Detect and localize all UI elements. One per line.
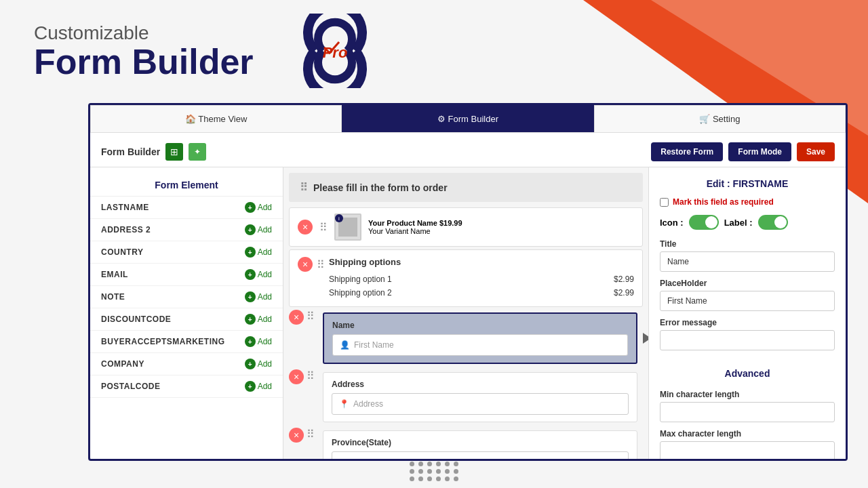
min-char-field-group: Min character length: [660, 390, 835, 422]
drag-handle[interactable]: ⠿: [319, 221, 328, 234]
add-icon: +: [245, 359, 256, 369]
required-checkbox[interactable]: [660, 198, 669, 207]
drag-handle[interactable]: ⠿: [307, 369, 315, 382]
title-input[interactable]: [660, 251, 835, 272]
add-email-button[interactable]: + Add: [245, 269, 272, 280]
location-icon: 📍: [339, 399, 349, 409]
shipping-option-2: Shipping option 2 $2.99: [329, 286, 634, 300]
name-field-input[interactable]: 👤 First Name: [332, 334, 628, 356]
save-button[interactable]: Save: [797, 142, 835, 161]
dot: [410, 476, 414, 481]
address-field-row: × ⠿ Address 📍 Address: [289, 369, 643, 425]
customizable-text: Customizable: [34, 22, 254, 44]
main-container: 🏠 Theme View ⚙ Form Builder 🛒 Setting Fo…: [88, 103, 848, 461]
delete-name-button[interactable]: ×: [289, 310, 304, 325]
list-item: DISCOUNTCODE + Add: [90, 308, 283, 331]
element-label-company: COMPANY: [101, 359, 144, 369]
address-field-label: Address: [332, 380, 629, 389]
dot: [454, 476, 458, 481]
max-char-label: Max character length: [660, 429, 835, 439]
delete-product-button[interactable]: ×: [298, 220, 313, 235]
min-char-label: Min character length: [660, 390, 835, 399]
image-icon-btn[interactable]: ✦: [189, 143, 206, 161]
list-item: LASTNAME + Add: [90, 197, 283, 219]
list-item: ADDRESS 2 + Add: [90, 219, 283, 241]
element-label-discount: DISCOUNTCODE: [101, 314, 171, 324]
person-icon: 👤: [340, 340, 350, 350]
add-address2-button[interactable]: + Add: [245, 224, 272, 235]
error-field-label: Error message: [660, 318, 835, 327]
element-label-lastname: LASTNAME: [101, 203, 149, 212]
add-icon: +: [245, 291, 256, 302]
placeholder-field-group: PlaceHolder: [660, 279, 835, 311]
tab-theme[interactable]: 🏠 Theme View: [90, 105, 342, 132]
delete-address-button[interactable]: ×: [289, 369, 304, 384]
add-country-button[interactable]: + Add: [245, 247, 272, 258]
address-field-block[interactable]: Address 📍 Address: [323, 372, 637, 422]
grid-icon-btn[interactable]: ⊞: [165, 143, 183, 161]
icon-toggle[interactable]: [689, 215, 719, 230]
delete-province-button[interactable]: ×: [289, 428, 304, 443]
form-builder-toolbar: Form Builder ⊞ ✦ Restore Form Form Mode …: [90, 136, 846, 167]
tab-form-builder[interactable]: ⚙ Form Builder: [342, 105, 593, 132]
drag-handle[interactable]: ⠿: [307, 310, 315, 323]
tab-setting[interactable]: 🛒 Setting: [594, 105, 846, 132]
dot: [436, 469, 441, 474]
max-char-input[interactable]: [660, 441, 835, 459]
element-label-email: EMAIL: [101, 270, 128, 279]
advanced-button[interactable]: Advanced: [660, 363, 835, 384]
form-builder-text: Form Builder: [34, 44, 254, 79]
dot: [454, 469, 458, 474]
address-field-input[interactable]: 📍 Address: [332, 393, 629, 415]
form-header: ⠿ Please fill in the form to order: [289, 173, 643, 202]
element-label-country: COUNTRY: [101, 247, 143, 257]
theme-icon: 🏠: [185, 114, 196, 124]
add-icon: +: [245, 381, 256, 392]
form-mode-button[interactable]: Form Mode: [728, 142, 791, 161]
error-input[interactable]: [660, 330, 835, 350]
element-label-postalcode: POSTALCODE: [101, 382, 160, 391]
add-note-button[interactable]: + Add: [245, 291, 272, 302]
label-toggle[interactable]: [758, 215, 788, 230]
province-select[interactable]: Province (State): [332, 451, 629, 459]
name-field-block[interactable]: Name 👤 First Name: [323, 312, 637, 364]
header-title: Customizable Form Builder: [34, 22, 254, 79]
product-row: × ⠿ i Your Product Name $19.99 Your Vari…: [289, 207, 643, 247]
dot: [427, 462, 432, 466]
dot: [445, 469, 450, 474]
dot: [418, 476, 423, 481]
delete-shipping-button[interactable]: ×: [298, 257, 313, 272]
pagination-dots: [410, 462, 458, 481]
toggle-row: Icon : Label :: [660, 215, 835, 230]
dot: [418, 462, 423, 466]
edit-panel-title: Edit : FIRSTNAME: [660, 178, 835, 189]
add-discount-button[interactable]: + Add: [245, 314, 272, 325]
shipping-option-1: Shipping option 1 $2.99: [329, 272, 634, 286]
list-item: NOTE + Add: [90, 286, 283, 308]
list-item: COUNTRY + Add: [90, 241, 283, 264]
placeholder-input[interactable]: [660, 291, 835, 311]
tabs-bar: 🏠 Theme View ⚙ Form Builder 🛒 Setting: [90, 105, 846, 133]
element-label-note: NOTE: [101, 292, 125, 302]
add-marketing-button[interactable]: + Add: [245, 336, 272, 347]
min-char-input[interactable]: [660, 402, 835, 422]
list-item: COMPANY + Add: [90, 353, 283, 375]
add-lastname-button[interactable]: + Add: [245, 202, 272, 213]
panel-title: Form Element: [90, 174, 283, 197]
province-field-block[interactable]: Province(State) Province (State): [323, 430, 637, 459]
shipping-section: × ⠿ Shipping options Shipping option 1 $…: [289, 249, 643, 307]
middle-panel: ⠿ Please fill in the form to order × ⠿ i…: [283, 167, 649, 459]
product-name: Your Product Name $19.99: [368, 219, 462, 227]
add-icon: +: [245, 336, 256, 347]
left-panel: Form Element LASTNAME + Add ADDRESS 2 + …: [90, 167, 283, 459]
drag-handle[interactable]: ⠿: [300, 181, 308, 194]
restore-form-button[interactable]: Restore Form: [651, 142, 723, 161]
product-variant: Your Variant Name: [368, 227, 462, 235]
drag-handle[interactable]: ⠿: [307, 428, 315, 441]
dot: [410, 469, 414, 474]
drag-handle[interactable]: ⠿: [317, 258, 325, 271]
add-company-button[interactable]: + Add: [245, 359, 272, 369]
add-postalcode-button[interactable]: + Add: [245, 381, 272, 392]
error-field-group: Error message: [660, 318, 835, 350]
list-item: EMAIL + Add: [90, 264, 283, 286]
